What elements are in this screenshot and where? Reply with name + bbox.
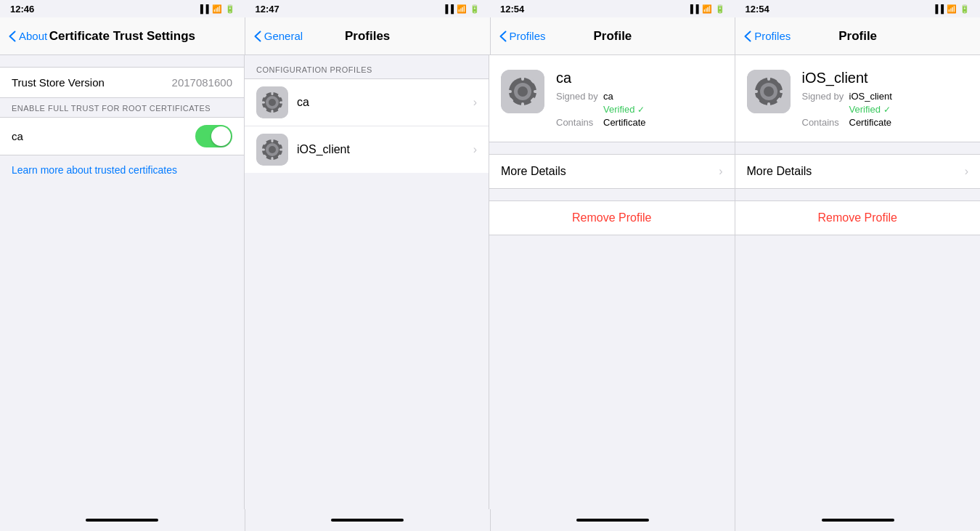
profile-header-info-ca: ca Signed by ca Verified ✓ Contains Cert… xyxy=(556,70,723,130)
contains-label-ios: Contains xyxy=(802,117,849,128)
nav-segment-4: Profiles Profile xyxy=(735,17,980,54)
wifi-icon-2: 📶 xyxy=(457,4,467,14)
learn-more-link[interactable]: Learn more about trusted certificates xyxy=(0,155,244,185)
toggle-knob xyxy=(211,126,231,146)
svg-point-3 xyxy=(269,99,276,106)
signed-by-row-ca: Signed by ca xyxy=(556,91,723,102)
svg-point-27 xyxy=(518,86,528,97)
panel-certificate-trust: Trust Store Version 2017081600 ENABLE FU… xyxy=(0,55,245,509)
content-area: Trust Store Version 2017081600 ENABLE FU… xyxy=(0,55,980,509)
more-details-label-ios: More Details xyxy=(747,165,812,178)
verified-value-ios: Verified xyxy=(849,104,881,115)
settings-gear-large-icon-ca xyxy=(501,70,544,113)
more-details-label-ca: More Details xyxy=(501,165,566,178)
more-details-row-ca[interactable]: More Details › xyxy=(489,154,735,189)
home-bar-3 xyxy=(576,519,649,522)
profile-list-item-ca[interactable]: ca › xyxy=(245,79,489,126)
nav-back-3[interactable]: Profiles xyxy=(499,30,546,42)
svg-rect-31 xyxy=(534,90,539,93)
status-segment-1: 12:46 ▐▐ 📶 🔋 xyxy=(0,0,245,17)
home-indicator-2 xyxy=(245,509,491,531)
nav-back-4[interactable]: Profiles xyxy=(744,30,791,42)
verified-value-ca: Verified xyxy=(603,104,634,115)
status-bar: 12:46 ▐▐ 📶 🔋 12:47 ▐▐ 📶 🔋 12:54 ▐▐ 📶 🔋 1… xyxy=(0,0,980,17)
remove-profile-label-ca: Remove Profile xyxy=(572,211,651,224)
more-details-chevron-ios: › xyxy=(965,165,968,178)
nav-title-4: Profile xyxy=(838,29,877,44)
home-bar-4 xyxy=(822,519,894,522)
nav-back-label-3: Profiles xyxy=(510,30,546,42)
home-indicator-4 xyxy=(735,509,980,531)
svg-point-15 xyxy=(269,146,276,153)
svg-rect-43 xyxy=(780,90,785,93)
status-icons-3: ▐▐ 📶 🔋 xyxy=(687,4,725,14)
profile-header-info-ios: iOS_client Signed by iOS_client Verified… xyxy=(802,70,969,130)
profile-name-ios-client: iOS_client xyxy=(297,143,473,156)
svg-rect-7 xyxy=(279,102,283,104)
checkmark-icon-ca: ✓ xyxy=(637,105,645,115)
signed-by-label-ios: Signed by xyxy=(802,91,849,102)
status-segment-4: 12:54 ▐▐ 📶 🔋 xyxy=(735,0,981,17)
nav-segment-3: Profiles Profile xyxy=(491,17,736,54)
more-details-chevron-ca: › xyxy=(719,165,722,178)
battery-icon-1: 🔋 xyxy=(225,4,235,14)
more-details-row-ios[interactable]: More Details › xyxy=(735,154,981,189)
status-time-3: 12:54 xyxy=(500,4,524,15)
remove-profile-label-ios: Remove Profile xyxy=(818,211,897,224)
profile-header-icon-ca xyxy=(501,70,544,113)
trust-store-label: Trust Store Version xyxy=(12,76,105,89)
verified-row-ca: Verified ✓ xyxy=(556,104,723,115)
svg-rect-41 xyxy=(767,102,770,108)
signal-icon-4: ▐▐ xyxy=(932,4,944,13)
back-chevron-icon-2 xyxy=(254,31,261,42)
status-icons-2: ▐▐ 📶 🔋 xyxy=(442,4,480,14)
wifi-icon-3: 📶 xyxy=(702,4,712,14)
nav-title-1: Certificate Trust Settings xyxy=(49,29,195,44)
toggle-section: ca xyxy=(0,117,244,155)
profile-header-ios: iOS_client Signed by iOS_client Verified… xyxy=(735,55,981,142)
svg-rect-29 xyxy=(521,102,524,108)
svg-rect-42 xyxy=(753,90,758,93)
back-chevron-icon-3 xyxy=(499,31,507,42)
profile-name-ca: ca xyxy=(297,96,473,109)
signed-by-value-ca: ca xyxy=(603,91,613,102)
svg-rect-28 xyxy=(521,76,524,81)
ca-toggle[interactable] xyxy=(195,125,232,147)
svg-rect-16 xyxy=(271,139,274,142)
wifi-icon-4: 📶 xyxy=(947,4,957,14)
svg-rect-40 xyxy=(767,76,770,81)
status-segment-2: 12:47 ▐▐ 📶 🔋 xyxy=(245,0,491,17)
battery-icon-4: 🔋 xyxy=(960,4,970,14)
chevron-icon-ca: › xyxy=(473,96,477,109)
nav-back-2[interactable]: General xyxy=(254,30,303,42)
status-segment-3: 12:54 ▐▐ 📶 🔋 xyxy=(490,0,735,17)
contains-row-ios: Contains Certificate xyxy=(802,117,969,128)
trust-store-row: Trust Store Version 2017081600 xyxy=(0,67,244,98)
home-indicator-1 xyxy=(0,509,245,531)
profile-header-name-ios: iOS_client xyxy=(802,70,969,86)
svg-rect-18 xyxy=(261,149,265,151)
status-time-2: 12:47 xyxy=(256,4,279,15)
nav-bars: About Certificate Trust Settings General… xyxy=(0,17,980,55)
profile-icon-ca xyxy=(256,86,288,118)
trust-store-value: 2017081600 xyxy=(172,76,232,89)
nav-title-3: Profile xyxy=(593,29,632,44)
nav-segment-1: About Certificate Trust Settings xyxy=(0,17,245,54)
home-bar-2 xyxy=(331,519,404,522)
svg-rect-30 xyxy=(507,90,512,93)
full-trust-header: ENABLE FULL TRUST FOR ROOT CERTIFICATES xyxy=(0,98,244,117)
battery-icon-3: 🔋 xyxy=(715,4,725,14)
toggle-label-ca: ca xyxy=(12,130,23,142)
contains-label-ca: Contains xyxy=(556,117,603,128)
settings-gear-large-icon-ios xyxy=(747,70,791,113)
status-time-1: 12:46 xyxy=(10,4,34,15)
remove-profile-section-ca[interactable]: Remove Profile xyxy=(489,200,735,235)
svg-rect-4 xyxy=(271,92,274,95)
profile-list-item-ios-client[interactable]: iOS_client › xyxy=(245,126,489,173)
remove-profile-section-ios[interactable]: Remove Profile xyxy=(735,200,981,235)
signal-icon-3: ▐▐ xyxy=(687,4,699,13)
home-bar-1 xyxy=(86,519,158,522)
signal-icon-2: ▐▐ xyxy=(442,4,454,13)
nav-back-1[interactable]: About xyxy=(9,30,47,42)
svg-rect-19 xyxy=(279,149,283,151)
